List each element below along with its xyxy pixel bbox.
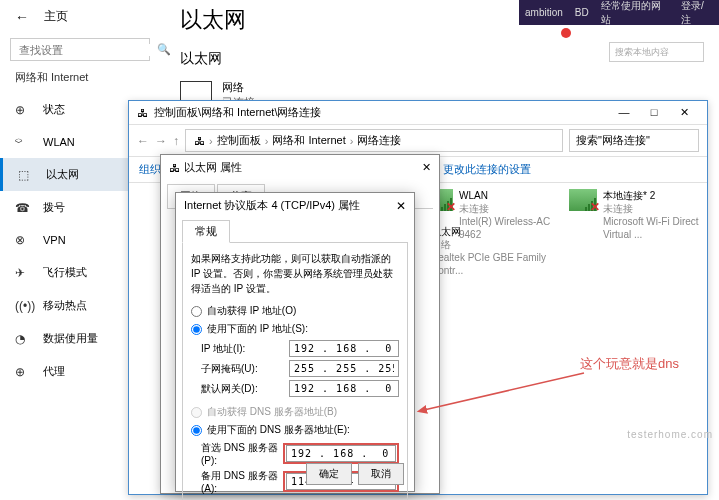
sidebar-label: 代理 xyxy=(43,364,65,379)
radio-label: 使用下面的 DNS 服务器地址(E): xyxy=(207,423,350,437)
dns2-label: 备用 DNS 服务器(A): xyxy=(201,469,283,494)
chevron-right-icon: › xyxy=(209,135,213,147)
hotspot-icon: ((•)) xyxy=(15,299,31,313)
wlan-icon: ⌔ xyxy=(15,135,31,149)
annotation-arrow-icon xyxy=(414,365,594,425)
adapter-status: 未连接 xyxy=(459,202,555,215)
back-arrow-icon[interactable]: ← xyxy=(15,9,29,25)
adapter-icon xyxy=(569,189,597,211)
eth-props-icon: 🖧 xyxy=(169,162,180,174)
cancel-button[interactable]: 取消 xyxy=(358,463,404,485)
breadcrumb-item[interactable]: 网络和 Internet xyxy=(272,133,345,148)
dns1-highlight xyxy=(283,443,399,464)
radio-auto-dns[interactable]: 自动获得 DNS 服务器地址(B) xyxy=(191,405,399,419)
adapter-name: 以太网 xyxy=(431,225,557,238)
ok-button[interactable]: 确定 xyxy=(306,463,352,485)
vpn-icon: ⊗ xyxy=(15,233,31,247)
settings-main: 以太网 以太网 网络 已连接 xyxy=(180,5,255,111)
page-title: 以太网 xyxy=(180,5,255,35)
radio-input[interactable] xyxy=(191,425,202,436)
page-search-box[interactable]: 搜索本地内容 xyxy=(609,42,704,62)
svg-line-0 xyxy=(424,373,584,410)
maximize-button[interactable]: □ xyxy=(639,106,669,119)
explorer-titlebar: 🖧 控制面板\网络和 Internet\网络连接 — □ ✕ xyxy=(129,101,707,125)
datausage-icon: ◔ xyxy=(15,332,31,346)
adapter-name: 本地连接* 2 xyxy=(603,189,699,202)
radio-label: 使用下面的 IP 地址(S): xyxy=(207,322,308,336)
settings-header-title: 主页 xyxy=(44,8,68,25)
network-name: 网络 xyxy=(222,80,255,95)
section-title: 以太网 xyxy=(180,50,255,68)
browser-tab[interactable]: 登录/注 xyxy=(681,0,713,27)
radio-manual-ip[interactable]: 使用下面的 IP 地址(S): xyxy=(191,322,399,336)
browser-tab[interactable]: BD xyxy=(575,7,589,18)
gateway-input[interactable] xyxy=(289,380,399,397)
breadcrumb-icon: 🖧 xyxy=(194,135,205,147)
adapter-local2[interactable]: 本地连接* 2 未连接 Microsoft Wi-Fi Direct Virtu… xyxy=(569,189,699,241)
gateway-label: 默认网关(D): xyxy=(201,382,289,396)
explorer-search[interactable]: 搜索"网络连接" xyxy=(569,129,699,152)
chevron-right-icon: › xyxy=(350,135,354,147)
sidebar-label: 以太网 xyxy=(46,167,79,182)
close-icon[interactable]: ✕ xyxy=(396,199,406,213)
explorer-title-text: 控制面板\网络和 Internet\网络连接 xyxy=(154,105,321,120)
nav-back-icon[interactable]: ← xyxy=(137,134,149,148)
close-button[interactable]: ✕ xyxy=(669,106,699,119)
ethernet-icon: ⬚ xyxy=(18,168,34,182)
sidebar-label: 拨号 xyxy=(43,200,65,215)
watermark: testerhome.com xyxy=(627,429,713,440)
close-icon[interactable]: ✕ xyxy=(422,161,431,174)
sidebar-label: 数据使用量 xyxy=(43,331,98,346)
ipv4-properties-dialog: Internet 协议版本 4 (TCP/IPv4) 属性 ✕ 常规 如果网络支… xyxy=(175,192,415,492)
radio-manual-dns[interactable]: 使用下面的 DNS 服务器地址(E): xyxy=(191,423,399,437)
status-icon: ⊕ xyxy=(15,103,31,117)
search-icon: 🔍 xyxy=(157,43,171,56)
sidebar-section-title: 网络和 Internet xyxy=(0,62,160,93)
radio-input[interactable] xyxy=(191,324,202,335)
browser-tab[interactable]: ambition xyxy=(525,7,563,18)
nav-forward-icon[interactable]: → xyxy=(155,134,167,148)
radio-label: 自动获得 IP 地址(O) xyxy=(207,304,296,318)
subnet-mask-input[interactable] xyxy=(289,360,399,377)
toolbar-changesettings[interactable]: 更改此连接的设置 xyxy=(443,162,531,177)
notification-dot-icon xyxy=(561,28,571,38)
ip-address-input[interactable] xyxy=(289,340,399,357)
ip-address-label: IP 地址(I): xyxy=(201,342,289,356)
dns1-input[interactable] xyxy=(286,445,396,462)
sidebar-label: 状态 xyxy=(43,102,65,117)
adapter-name: WLAN xyxy=(459,189,555,202)
radio-label: 自动获得 DNS 服务器地址(B) xyxy=(207,405,337,419)
annotation-text: 这个玩意就是dns xyxy=(580,355,679,373)
airplane-icon: ✈ xyxy=(15,266,31,280)
chevron-right-icon: › xyxy=(265,135,269,147)
browser-tab[interactable]: 经常使用的网站 xyxy=(601,0,669,27)
explorer-search-placeholder: 搜索"网络连接" xyxy=(576,134,650,146)
ipv4-title-text: Internet 协议版本 4 (TCP/IPv4) 属性 xyxy=(184,198,360,213)
nav-up-icon[interactable]: ↑ xyxy=(173,134,179,148)
explorer-icon: 🖧 xyxy=(137,107,148,119)
radio-input xyxy=(191,407,202,418)
radio-input[interactable] xyxy=(191,306,202,317)
proxy-icon: ⊕ xyxy=(15,365,31,379)
minimize-button[interactable]: — xyxy=(609,106,639,119)
tab-general[interactable]: 常规 xyxy=(182,220,230,243)
sidebar-label: VPN xyxy=(43,234,66,246)
dns1-label: 首选 DNS 服务器(P): xyxy=(201,441,283,466)
eth-props-title: 以太网 属性 xyxy=(184,160,242,175)
subnet-mask-label: 子网掩码(U): xyxy=(201,362,289,376)
sidebar-label: 飞行模式 xyxy=(43,265,87,280)
breadcrumb-item[interactable]: 网络连接 xyxy=(357,133,401,148)
settings-search[interactable]: 🔍 xyxy=(10,38,150,61)
adapter-status: 未连接 xyxy=(603,202,699,215)
sidebar-label: 移动热点 xyxy=(43,298,87,313)
adapter-status: 网络 xyxy=(431,238,557,251)
radio-auto-ip[interactable]: 自动获得 IP 地址(O) xyxy=(191,304,399,318)
adapter-detail: Realtek PCIe GBE Family Contr... xyxy=(431,251,557,277)
sidebar-label: WLAN xyxy=(43,136,75,148)
settings-search-input[interactable] xyxy=(19,44,157,56)
adapter-detail: Microsoft Wi-Fi Direct Virtual ... xyxy=(603,215,699,241)
dialup-icon: ☎ xyxy=(15,201,31,215)
ipv4-description: 如果网络支持此功能，则可以获取自动指派的 IP 设置。否则，你需要从网络系统管理… xyxy=(191,251,399,296)
breadcrumb[interactable]: 🖧 › 控制面板 › 网络和 Internet › 网络连接 xyxy=(185,129,563,152)
breadcrumb-item[interactable]: 控制面板 xyxy=(217,133,261,148)
